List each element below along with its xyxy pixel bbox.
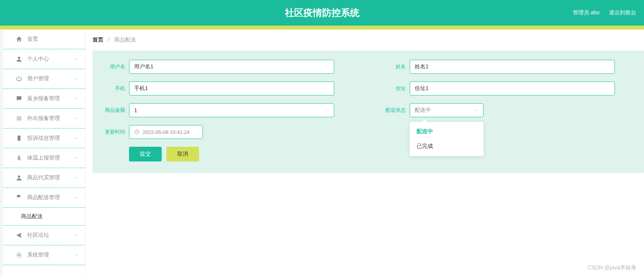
chevron-down-icon	[74, 175, 79, 180]
sidebar-item-profile[interactable]: 个人中心	[3, 49, 85, 69]
address-input[interactable]	[410, 82, 615, 95]
name-input[interactable]	[410, 60, 615, 74]
sidebar-subitem-delivery[interactable]: 商品配送	[3, 208, 85, 226]
power-icon	[16, 75, 23, 82]
list-icon	[16, 115, 23, 122]
phone-input[interactable]	[129, 82, 334, 95]
chevron-down-icon	[74, 136, 79, 141]
sidebar-item-home[interactable]: 首页	[3, 30, 85, 49]
amount-input[interactable]	[129, 103, 334, 117]
sidebar-label: 商品配送管理	[27, 194, 60, 201]
updated-label: 更新时间	[100, 128, 125, 135]
breadcrumb-separator: /	[108, 36, 110, 43]
main-content: 首页 / 商品配送 用户名 姓名 手机	[86, 30, 644, 276]
status-value: 配送中	[415, 107, 431, 114]
svg-point-5	[18, 254, 20, 256]
status-dropdown: 配送中 已完成	[410, 122, 483, 156]
report-icon	[16, 135, 23, 142]
amount-label: 商品金额	[100, 107, 125, 114]
clock-icon	[134, 129, 140, 135]
home-icon	[16, 36, 23, 43]
chevron-down-icon	[74, 96, 79, 101]
phone-label: 手机	[100, 85, 125, 92]
address-label: 住址	[381, 85, 406, 92]
send-icon	[16, 232, 23, 239]
svg-point-0	[18, 57, 20, 59]
dropdown-option-done[interactable]: 已完成	[410, 139, 483, 154]
chevron-up-icon	[474, 108, 478, 113]
chevron-down-icon	[74, 233, 79, 238]
updated-input[interactable]: 2022-05-08 15:41:24	[129, 125, 203, 139]
sidebar-label: 用户管理	[27, 75, 49, 82]
username-input[interactable]	[129, 60, 334, 74]
current-user-label[interactable]: 管理员 abo	[573, 9, 600, 16]
sidebar-label: 返乡报备管理	[27, 95, 60, 102]
chevron-down-icon	[74, 253, 79, 257]
accent-bar	[0, 26, 644, 30]
chat-icon	[16, 95, 23, 102]
name-label: 姓名	[381, 63, 406, 70]
dropdown-option-delivering[interactable]: 配送中	[410, 124, 483, 139]
watermark: CSDN @java李杨勇	[588, 264, 636, 271]
status-label: 配送状态	[381, 107, 406, 114]
sidebar-item-return-report[interactable]: 返乡报备管理	[3, 89, 85, 109]
dropdown-arrow	[422, 119, 428, 122]
person-icon	[16, 174, 23, 181]
app-header: 社区疫情防控系统 管理员 abo 退出到前台	[0, 0, 644, 26]
chevron-down-icon	[74, 156, 79, 160]
logout-link[interactable]: 退出到前台	[609, 9, 636, 16]
app-title: 社区疫情防控系统	[285, 7, 360, 19]
gear-icon	[16, 252, 23, 259]
chevron-down-icon	[74, 116, 79, 121]
breadcrumb-current: 商品配送	[114, 36, 136, 43]
sidebar-gutter	[0, 30, 3, 276]
chevron-up-icon	[74, 195, 79, 200]
sidebar-label: 体温上报管理	[27, 154, 60, 161]
sidebar-item-users[interactable]: 用户管理	[3, 69, 85, 89]
chevron-down-icon	[74, 76, 79, 81]
status-select[interactable]: 配送中	[410, 103, 483, 117]
sidebar: 首页 个人中心 用户管理 返乡报备管理 外出报备管理 投诉信息管理	[3, 30, 86, 276]
sidebar-label: 外出报备管理	[27, 115, 60, 122]
header-right: 管理员 abo 退出到前台	[573, 9, 636, 16]
form-panel: 用户名 姓名 手机 住址 商	[92, 50, 644, 173]
breadcrumb-home[interactable]: 首页	[92, 36, 103, 43]
sidebar-sublabel: 商品配送	[21, 213, 43, 220]
submit-button[interactable]: 提交	[129, 147, 162, 161]
username-label: 用户名	[100, 63, 125, 70]
sidebar-label: 投诉信息管理	[27, 135, 60, 142]
svg-rect-3	[19, 155, 20, 159]
breadcrumb: 首页 / 商品配送	[92, 36, 644, 50]
sidebar-item-delivery[interactable]: 商品配送管理	[3, 188, 85, 208]
user-icon	[16, 56, 23, 62]
sidebar-label: 首页	[27, 36, 38, 43]
cancel-button[interactable]: 取消	[166, 147, 199, 161]
updated-value: 2022-05-08 15:41:24	[143, 129, 190, 135]
sidebar-item-outing-report[interactable]: 外出报备管理	[3, 109, 85, 128]
sidebar-item-forum[interactable]: 社区论坛	[3, 226, 85, 245]
sidebar-item-temperature[interactable]: 体温上报管理	[3, 148, 85, 168]
svg-point-2	[19, 139, 19, 140]
sidebar-label: 系统管理	[27, 252, 49, 259]
svg-point-4	[18, 175, 20, 178]
flag-icon	[16, 194, 23, 201]
sidebar-item-complaint[interactable]: 投诉信息管理	[3, 128, 85, 148]
mic-icon	[16, 154, 23, 161]
sidebar-item-purchase[interactable]: 商品代买管理	[3, 168, 85, 188]
sidebar-label: 个人中心	[27, 56, 49, 62]
sidebar-item-system[interactable]: 系统管理	[3, 245, 85, 265]
chevron-down-icon	[74, 57, 79, 61]
svg-rect-1	[17, 135, 21, 141]
sidebar-label: 社区论坛	[27, 232, 49, 239]
sidebar-label: 商品代买管理	[27, 174, 60, 181]
